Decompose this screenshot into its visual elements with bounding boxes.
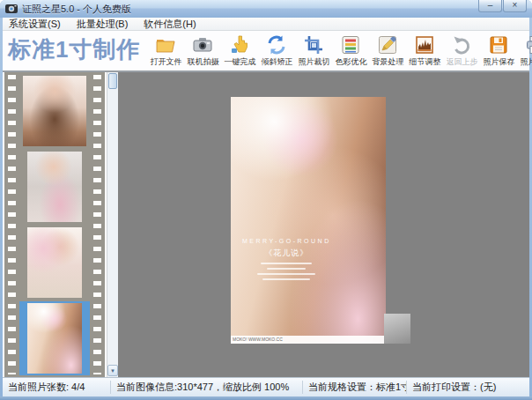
open-file-icon: [155, 34, 176, 56]
app-window: 证照之星5.0 - 个人免费版 – × 系统设置(S) 批量处理(B) 软件信息…: [0, 0, 532, 400]
tilt-correct-label: 倾斜矫正: [261, 56, 292, 68]
photo-credit-line: [261, 263, 312, 264]
photo-text-overlay: MERRY-GO-ROUND 《花儿说》: [231, 238, 343, 280]
save-button[interactable]: 照片保存: [480, 34, 517, 68]
color-optimize-button[interactable]: 色彩优化: [332, 34, 369, 68]
detail-histogram-icon: [414, 34, 435, 56]
open-file-label: 打开文件: [150, 56, 181, 68]
color-optimize-label: 色彩优化: [335, 56, 366, 68]
preview-canvas: MERRY-GO-ROUND 《花儿说》 MOKO! WWW.MOKO.CC: [118, 72, 529, 377]
undo-icon: [451, 34, 472, 56]
photo-watermark: MOKO! WWW.MOKO.CC: [231, 336, 386, 344]
tilt-correct-button[interactable]: 倾斜矫正: [258, 34, 295, 68]
filmstrip: [4, 72, 105, 377]
menu-system-settings[interactable]: 系统设置(S): [7, 18, 63, 31]
photo-credit-line: [257, 273, 315, 275]
scrollbar-thumb[interactable]: [108, 73, 117, 89]
camera-capture-icon: [192, 34, 213, 56]
photo-credit-line: [262, 278, 310, 280]
print-button[interactable]: 照片打印: [517, 34, 532, 68]
thumbnail-image-2: [27, 152, 82, 222]
window-bottom-border: [0, 396, 532, 400]
thumbnail-photo-1[interactable]: [19, 74, 90, 148]
thumbnail-image-3: [27, 227, 82, 298]
print-label: 照片打印: [520, 56, 532, 68]
menu-bar: 系统设置(S) 批量处理(B) 软件信息(H): [3, 18, 529, 31]
crop-label: 照片裁切: [298, 56, 329, 68]
undo-button: 返回上步: [443, 34, 480, 68]
undo-label: 返回上步: [446, 56, 477, 68]
menu-batch-process[interactable]: 批量处理(B): [75, 18, 130, 31]
open-file-button[interactable]: 打开文件: [147, 34, 184, 68]
title-bar[interactable]: 证照之星5.0 - 个人免费版 – ×: [0, 0, 532, 18]
detail-histogram-label: 细节调整: [409, 56, 440, 68]
save-label: 照片保存: [483, 56, 514, 68]
close-button[interactable]: ×: [503, 0, 527, 12]
app-camera-icon: [5, 4, 18, 14]
background-brush-label: 背景处理: [372, 56, 403, 68]
status-print-setting: 当前打印设置：(无): [406, 381, 529, 394]
camera-capture-button[interactable]: 联机拍摄: [184, 34, 221, 68]
tilt-correct-icon: [266, 34, 287, 56]
thumbnail-photo-3[interactable]: [19, 226, 90, 300]
color-optimize-icon: [340, 34, 361, 56]
toolbar: 标准1寸制作 打开文件 联机拍摄: [3, 31, 529, 72]
filmstrip-holes-right: [93, 75, 101, 374]
status-image-info: 当前图像信息:310*477，缩放比例 100%: [110, 381, 302, 394]
print-icon: [525, 34, 532, 56]
status-photo-count: 当前照片张数: 4/4: [3, 381, 110, 394]
menu-software-info[interactable]: 软件信息(H): [142, 18, 197, 31]
preview-photo[interactable]: MERRY-GO-ROUND 《花儿说》 MOKO! WWW.MOKO.CC: [231, 97, 386, 344]
sidebar-scrollbar[interactable]: ▼: [107, 72, 118, 377]
one-click-label: 一键完成: [224, 56, 255, 68]
background-brush-button[interactable]: 背景处理: [369, 34, 406, 68]
content-area: ▼ MERRY-GO-ROUND 《花儿说》 MOKO! WWW.MOKO.CC: [3, 72, 529, 377]
window-title: 证照之星5.0 - 个人免费版: [22, 3, 131, 16]
mode-title: 标准1寸制作: [3, 34, 145, 67]
photo-overlay-title: MERRY-GO-ROUND: [231, 238, 343, 244]
status-bar: 当前照片张数: 4/4 当前图像信息:310*477，缩放比例 100% 当前规…: [3, 377, 529, 396]
crop-icon: [303, 34, 324, 56]
thumbnail-image-4: [27, 303, 82, 374]
thumbnail-image-1: [23, 76, 86, 146]
thumbnail-photo-2[interactable]: [19, 150, 90, 224]
crop-button[interactable]: 照片裁切: [295, 34, 332, 68]
filmstrip-holes-left: [8, 75, 16, 374]
detail-histogram-button[interactable]: 细节调整: [406, 34, 443, 68]
one-click-icon: [229, 34, 250, 56]
censored-watermark-block: [384, 314, 410, 344]
one-click-button[interactable]: 一键完成: [221, 34, 258, 68]
thumbnail-photo-4-selected[interactable]: [19, 301, 90, 375]
background-brush-icon: [377, 34, 398, 56]
photo-overlay-subtitle: 《花儿说》: [231, 248, 343, 259]
photo-credit-line: [267, 268, 306, 270]
scroll-down-button[interactable]: ▼: [107, 365, 118, 376]
minimize-button[interactable]: –: [478, 0, 502, 12]
camera-capture-label: 联机拍摄: [187, 56, 218, 68]
status-spec-setting: 当前规格设置：标准1寸: [302, 381, 406, 394]
save-icon: [488, 34, 509, 56]
thumbnail-sidebar: [3, 72, 107, 377]
